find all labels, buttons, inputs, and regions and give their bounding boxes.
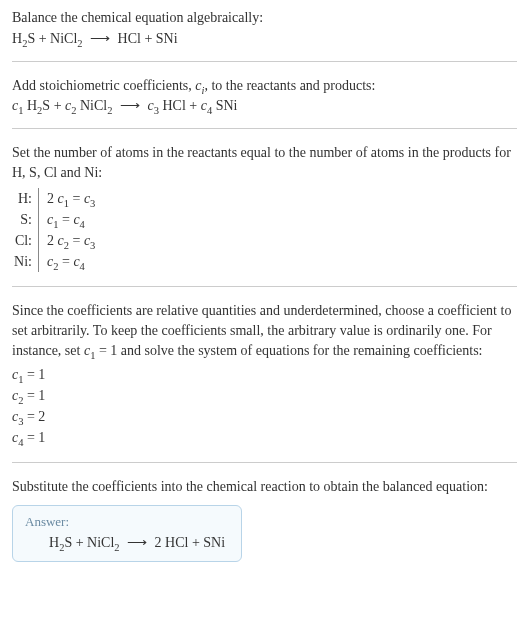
- table-row: H: 2 c1 = c3: [12, 188, 517, 209]
- equation-unbalanced: H2S + NiCl2 ⟶ HCl + SNi: [12, 30, 517, 47]
- table-row: S: c1 = c4: [12, 209, 517, 230]
- table-row: Cl: 2 c2 = c3: [12, 230, 517, 251]
- table-row: Ni: c2 = c4: [12, 251, 517, 272]
- atom-equation: 2 c2 = c3: [38, 230, 95, 251]
- list-item: c4 = 1: [12, 427, 517, 448]
- atom-label: Ni:: [12, 251, 38, 272]
- list-item: c1 = 1: [12, 364, 517, 385]
- section-add-coefficients: Add stoichiometric coefficients, ci, to …: [12, 76, 517, 130]
- heading-add-coefficients: Add stoichiometric coefficients, ci, to …: [12, 76, 517, 96]
- section-solve: Since the coefficients are relative quan…: [12, 301, 517, 463]
- section-result: Substitute the coefficients into the che…: [12, 477, 517, 562]
- answer-equation: H2S + NiCl2 ⟶ 2 HCl + SNi: [25, 534, 229, 551]
- answer-label: Answer:: [25, 514, 229, 530]
- heading-atom-balance: Set the number of atoms in the reactants…: [12, 143, 517, 182]
- atom-label: Cl:: [12, 230, 38, 251]
- atom-balance-table: H: 2 c1 = c3 S: c1 = c4 Cl: 2 c2 = c3 Ni…: [12, 188, 517, 272]
- atom-label: H:: [12, 188, 38, 209]
- list-item: c2 = 1: [12, 385, 517, 406]
- heading-balance: Balance the chemical equation algebraica…: [12, 8, 517, 28]
- coefficient-list: c1 = 1 c2 = 1 c3 = 2 c4 = 1: [12, 364, 517, 448]
- equation-with-coefficients: c1 H2S + c2 NiCl2 ⟶ c3 HCl + c4 SNi: [12, 97, 517, 114]
- heading-substitute: Substitute the coefficients into the che…: [12, 477, 517, 497]
- heading-solve: Since the coefficients are relative quan…: [12, 301, 517, 360]
- answer-box: Answer: H2S + NiCl2 ⟶ 2 HCl + SNi: [12, 505, 242, 562]
- section-balance-prompt: Balance the chemical equation algebraica…: [12, 8, 517, 62]
- atom-equation: c1 = c4: [38, 209, 85, 230]
- atom-equation: c2 = c4: [38, 251, 85, 272]
- atom-label: S:: [12, 209, 38, 230]
- section-atom-balance: Set the number of atoms in the reactants…: [12, 143, 517, 287]
- list-item: c3 = 2: [12, 406, 517, 427]
- atom-equation: 2 c1 = c3: [38, 188, 95, 209]
